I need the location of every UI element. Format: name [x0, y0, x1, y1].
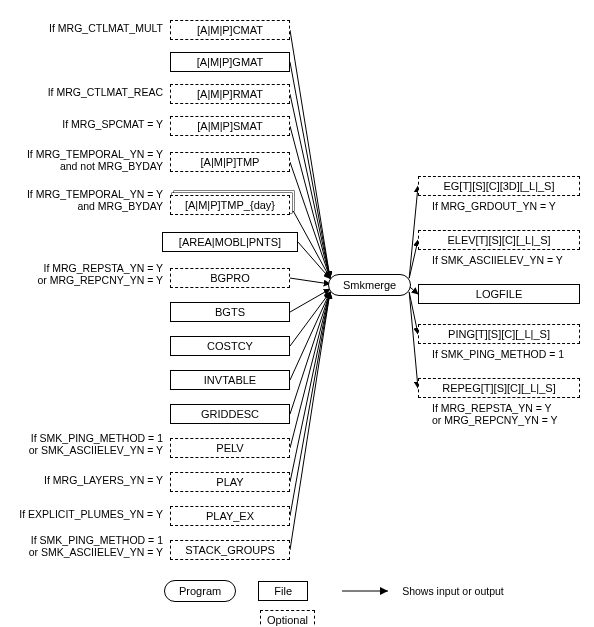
svg-line-20 [409, 292, 418, 388]
input-file-areamoblpnts: [AREA|MOBL|PNTS] [162, 232, 298, 252]
svg-line-19 [409, 292, 418, 334]
svg-line-11 [290, 292, 330, 414]
svg-line-3 [290, 126, 330, 278]
input-file-gmat: [A|M|P]GMAT [170, 52, 290, 72]
cond-eg: If MRG_GRDOUT_YN = Y [432, 200, 556, 212]
output-file-logfile: LOGFILE [418, 284, 580, 304]
cond-rmat: If MRG_CTLMAT_REAC [18, 86, 163, 98]
cond-elev: If SMK_ASCIIELEV_YN = Y [432, 254, 563, 266]
cond-tmp: If MRG_TEMPORAL_YN = Yand not MRG_BYDAY [18, 148, 163, 172]
input-file-rmat: [A|M|P]RMAT [170, 84, 290, 104]
input-file-tmpday: [A|M|P]TMP_{day} [170, 195, 290, 215]
legend-program: Program [164, 580, 236, 602]
cond-bgpro: If MRG_REPSTA_YN = Yor MRG_REPCNY_YN = Y [18, 262, 163, 286]
cond-repeg: If MRG_REPSTA_YN = Yor MRG_REPCNY_YN = Y [432, 402, 558, 426]
input-file-invtable: INVTABLE [170, 370, 290, 390]
svg-line-16 [409, 186, 418, 278]
cond-pelv: If SMK_PING_METHOD = 1or SMK_ASCIIELEV_Y… [18, 432, 163, 456]
cond-cmat: If MRG_CTLMAT_MULT [18, 22, 163, 34]
legend: Program File Shows input or output Optio… [160, 578, 540, 627]
cond-playex: If EXPLICIT_PLUMES_YN = Y [18, 508, 163, 520]
input-file-costcy: COSTCY [170, 336, 290, 356]
input-file-play: PLAY [170, 472, 290, 492]
input-file-griddesc: GRIDDESC [170, 404, 290, 424]
cond-play: If MRG_LAYERS_YN = Y [18, 474, 163, 486]
legend-optional: Optional [260, 610, 315, 627]
input-file-playex: PLAY_EX [170, 506, 290, 526]
cond-tmpday: If MRG_TEMPORAL_YN = Yand MRG_BYDAY [18, 188, 163, 212]
svg-line-12 [290, 292, 330, 448]
program-node-smkmerge: Smkmerge [328, 274, 411, 296]
input-file-pelv: PELV [170, 438, 290, 458]
cond-smat: If MRG_SPCMAT = Y [18, 118, 163, 130]
input-file-cmat: [A|M|P]CMAT [170, 20, 290, 40]
output-file-elev: ELEV[T][S][C][_L|_S] [418, 230, 580, 250]
output-file-eg: EG[T][S][C][3D][_L|_S] [418, 176, 580, 196]
svg-line-15 [290, 292, 330, 550]
legend-file: File [258, 581, 308, 601]
svg-line-9 [290, 292, 330, 346]
input-file-bgpro: BGPRO [170, 268, 290, 288]
input-file-smat: [A|M|P]SMAT [170, 116, 290, 136]
diagram-stage: Smkmerge [A|M|P]CMAT [A|M|P]GMAT [A|M|P]… [0, 0, 594, 627]
input-file-stackgroups: STACK_GROUPS [170, 540, 290, 560]
svg-line-13 [290, 292, 330, 482]
svg-line-6 [298, 242, 330, 279]
svg-line-17 [409, 240, 418, 278]
svg-line-4 [290, 162, 330, 278]
input-file-tmp: [A|M|P]TMP [170, 152, 290, 172]
legend-arrow-label: Shows input or output [402, 585, 504, 597]
svg-line-8 [290, 289, 330, 312]
input-file-bgts: BGTS [170, 302, 290, 322]
svg-line-14 [290, 292, 330, 516]
svg-line-7 [290, 278, 330, 284]
cond-stackg: If SMK_PING_METHOD = 1or SMK_ASCIIELEV_Y… [18, 534, 163, 558]
output-file-ping: PING[T][S][C][_L|_S] [418, 324, 580, 344]
output-file-repeg: REPEG[T][S][C][_L|_S] [418, 378, 580, 398]
cond-ping: If SMK_PING_METHOD = 1 [432, 348, 564, 360]
svg-line-10 [290, 292, 330, 380]
legend-arrow-icon [340, 585, 396, 597]
